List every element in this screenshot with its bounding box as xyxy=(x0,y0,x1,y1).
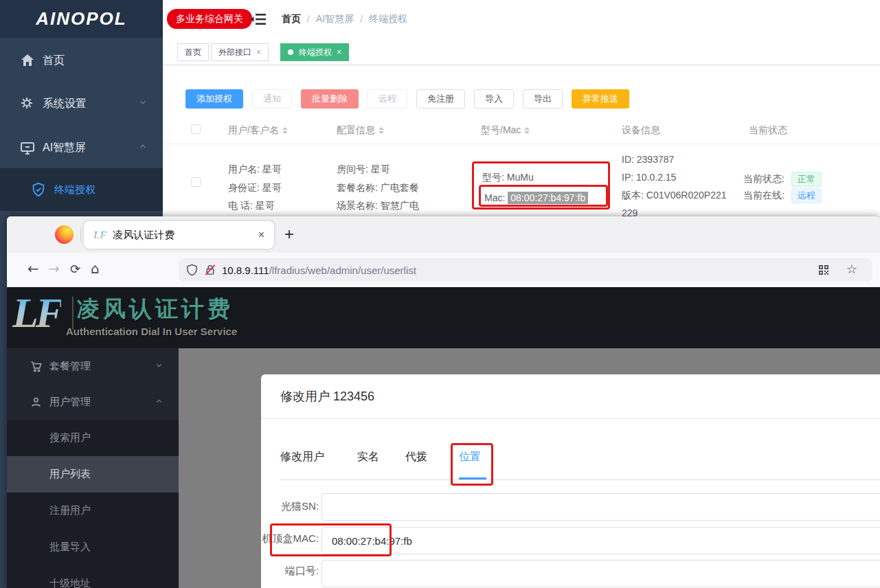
sidebar-item-ai-screen[interactable]: AI智慧屏 xyxy=(0,132,163,163)
gear-icon xyxy=(19,95,36,112)
tab-label: 首页 xyxy=(185,47,201,58)
lf-logo: LF xyxy=(12,289,61,337)
firefox-icon[interactable] xyxy=(55,225,74,244)
gateway-tag-views: 首页 外部接口 × 终端授权 × xyxy=(163,38,880,65)
active-dot-icon xyxy=(288,49,293,55)
sidebar-item-label: 首页 xyxy=(43,54,65,68)
sidebar-item-label: 系统设置 xyxy=(43,97,87,111)
tab-home[interactable]: 首页 xyxy=(177,43,209,61)
column-label: 配置信息 xyxy=(337,124,375,137)
reload-button[interactable]: ⟳ xyxy=(70,262,80,276)
submenu-item-user-list[interactable]: 用户列表 xyxy=(7,456,179,493)
menu-item-label: 用户管理 xyxy=(49,396,91,409)
submenu-item-label: 搜索用户 xyxy=(49,431,91,444)
column-header-model-mac[interactable]: 型号/Mac xyxy=(481,124,530,137)
export-button[interactable]: 导出 xyxy=(523,89,563,109)
select-all-checkbox[interactable] xyxy=(191,124,201,134)
home-button[interactable]: ⌂ xyxy=(91,260,100,277)
browser-content: LF 凌风认证计费 Authentication Dial In User Se… xyxy=(7,287,880,588)
gateway-topbar: 多业务综合网关 首页 / AI智慧屏 / 终端授权 xyxy=(163,0,880,38)
sort-carets-icon[interactable] xyxy=(524,124,530,137)
cart-icon xyxy=(30,360,43,373)
close-icon[interactable]: × xyxy=(256,47,261,57)
column-header-device: 设备信息 xyxy=(622,124,660,137)
menu-item-package-management[interactable]: 套餐管理 xyxy=(7,348,179,384)
sidebar-fold-icon[interactable] xyxy=(249,11,267,27)
sort-carets-icon[interactable] xyxy=(379,124,384,137)
sidebar-item-home[interactable]: 首页 xyxy=(0,45,163,76)
browser-tab-active[interactable]: LF 凌风认证计费 × xyxy=(84,221,274,249)
lf-submenu: 搜索用户 用户列表 注册用户 批量导入 十级地址 xyxy=(7,420,179,588)
tab-external-api[interactable]: 外部接口 × xyxy=(211,43,269,61)
remote-button[interactable]: 远程 xyxy=(368,89,407,109)
submenu-item-address-levels[interactable]: 十级地址 xyxy=(7,565,179,588)
modal-tab-edit[interactable]: 修改用户 xyxy=(280,450,324,464)
status-label: 当前状态: xyxy=(743,173,785,184)
sn-field-label: 光猫SN: xyxy=(261,500,319,513)
sort-carets-icon[interactable] xyxy=(282,124,288,137)
tab-label: 外部接口 xyxy=(218,47,251,58)
lock-slash-icon[interactable] xyxy=(204,264,216,276)
column-label: 型号/Mac xyxy=(481,124,521,137)
port-input[interactable] xyxy=(321,560,880,587)
row-config-plan: 套餐名称: 广电套餐 xyxy=(337,182,419,194)
annotation-box-mac xyxy=(479,185,608,207)
abnormal-push-button[interactable]: 异常推送 xyxy=(572,89,629,109)
gateway-submenu: 终端授权 xyxy=(0,168,163,211)
submenu-item-batch-import[interactable]: 批量导入 xyxy=(7,529,179,565)
chevron-down-icon xyxy=(138,98,148,110)
tab-terminal-auth[interactable]: 终端授权 × xyxy=(280,43,349,61)
row-device-ip: IP: 10.0.2.15 xyxy=(622,172,676,183)
breadcrumb: 首页 / AI智慧屏 / 终端授权 xyxy=(282,0,407,38)
sn-input[interactable] xyxy=(321,493,880,521)
logo-divider xyxy=(72,297,74,330)
lf-sidebar: 套餐管理 用户管理 搜索用户 xyxy=(7,348,179,588)
modal-title: 修改用户 123456 xyxy=(280,388,374,405)
breadcrumb-separator: / xyxy=(360,14,363,25)
close-icon[interactable]: × xyxy=(337,47,341,57)
modal-tab-dial[interactable]: 代拨 xyxy=(405,450,427,464)
modal-divider xyxy=(261,418,880,419)
row-status: 当前状态: 正常 xyxy=(743,172,822,187)
bookmark-star-icon[interactable]: ☆ xyxy=(846,262,857,277)
breadcrumb-home[interactable]: 首页 xyxy=(282,13,301,25)
table-row: 用户名: 星哥 身份证: 星哥 电 话: 星哥 房间号: 星哥 套餐名称: 广电… xyxy=(163,144,880,217)
favicon-lf: LF xyxy=(93,229,106,241)
url-bar[interactable]: 10.8.9.111/lfradius/web/admin/user/userl… xyxy=(179,258,872,282)
breadcrumb-terminal-auth: 终端授权 xyxy=(369,13,407,25)
firefox-window: LF 凌风认证计费 × + ← → ⟳ ⌂ 10.8. xyxy=(7,216,880,588)
stb-mac-input[interactable] xyxy=(321,527,880,554)
chevron-up-icon xyxy=(155,396,163,408)
submenu-item-label: 用户列表 xyxy=(49,468,91,481)
breadcrumb-ai-screen[interactable]: AI智慧屏 xyxy=(316,13,354,25)
back-button[interactable]: ← xyxy=(27,260,39,277)
status-badge: 正常 xyxy=(791,172,822,187)
sidebar-item-label: AI智慧屏 xyxy=(43,141,86,155)
online-label: 当前在线: xyxy=(743,190,785,201)
gateway-logo-text: AINOPOL xyxy=(36,8,126,30)
column-label: 当前状态 xyxy=(749,124,787,137)
sidebar-item-system-settings[interactable]: 系统设置 xyxy=(0,88,163,120)
sidebar-item-terminal-auth[interactable]: 终端授权 xyxy=(0,168,163,211)
qr-code-icon[interactable] xyxy=(817,264,830,279)
row-config-room: 房间号: 星哥 xyxy=(337,163,390,176)
add-auth-button[interactable]: 添加授权 xyxy=(185,89,243,109)
batch-delete-button[interactable]: 批量删除 xyxy=(301,89,359,109)
column-header-config[interactable]: 配置信息 xyxy=(337,124,384,137)
notify-button[interactable]: 通知 xyxy=(252,89,292,109)
url-text[interactable]: 10.8.9.111/lfradius/web/admin/user/userl… xyxy=(222,264,416,276)
column-header-user[interactable]: 用户/客户名 xyxy=(228,124,288,137)
port-field-label: 端口号: xyxy=(261,565,319,578)
lf-subtitle: Authentication Dial In User Service xyxy=(66,326,237,337)
submenu-item-search-user[interactable]: 搜索用户 xyxy=(7,420,179,456)
new-tab-button[interactable]: + xyxy=(284,225,294,244)
modal-tab-realname[interactable]: 实名 xyxy=(357,450,379,464)
close-icon[interactable]: × xyxy=(258,229,264,241)
menu-item-user-management[interactable]: 用户管理 xyxy=(7,384,179,420)
shield-icon[interactable] xyxy=(186,264,198,276)
import-button[interactable]: 导入 xyxy=(474,89,514,109)
forward-button[interactable]: → xyxy=(48,260,60,277)
submenu-item-register-user[interactable]: 注册用户 xyxy=(7,493,179,529)
row-checkbox[interactable] xyxy=(191,177,201,187)
no-register-button[interactable]: 免注册 xyxy=(416,89,465,109)
